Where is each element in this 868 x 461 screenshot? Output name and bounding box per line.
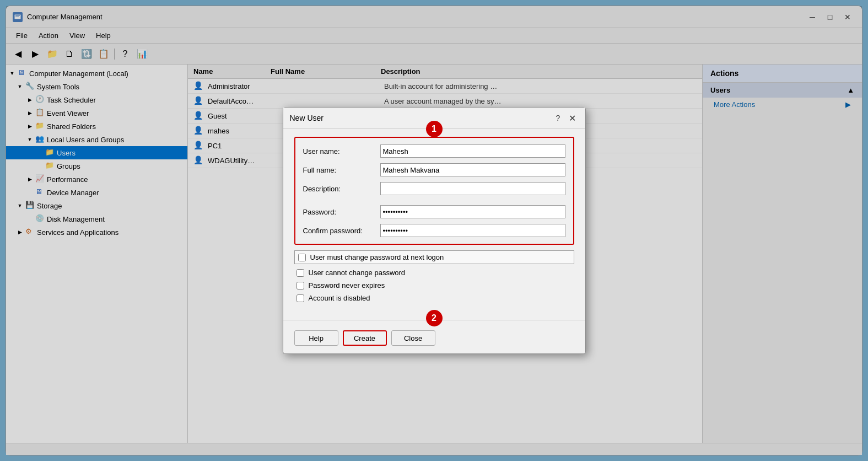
confirm-password-input[interactable]	[380, 224, 565, 237]
step-badge-1: 1	[426, 121, 443, 137]
form-bordered-section: User name: Full name: Description:	[294, 137, 574, 245]
fullname-input[interactable]	[380, 163, 565, 176]
checkbox-never-expires[interactable]	[296, 282, 304, 290]
password-row: Password:	[303, 205, 565, 218]
checkbox-row-2: User cannot change password	[294, 269, 574, 277]
checkbox-must-change[interactable]	[298, 254, 306, 261]
username-label: User name:	[303, 147, 380, 156]
dialog-controls: ? ✕	[552, 112, 579, 124]
password-label: Password:	[303, 208, 380, 216]
dialog-overlay: New User ? ✕ 1 User name:	[6, 6, 862, 455]
dialog-title: New User	[290, 114, 324, 122]
username-input[interactable]	[380, 144, 565, 158]
description-row: Description:	[303, 182, 565, 195]
help-button[interactable]: Help	[294, 330, 338, 346]
checkbox-disabled-label[interactable]: Account is disabled	[309, 294, 370, 302]
dialog-close-button[interactable]: Close	[391, 330, 435, 346]
form-spacer	[303, 201, 565, 205]
dialog-close-icon-btn[interactable]: ✕	[567, 112, 579, 124]
description-label: Description:	[303, 185, 380, 193]
confirm-password-row: Confirm password:	[303, 224, 565, 237]
create-button[interactable]: Create	[343, 330, 387, 346]
checkbox-must-change-label[interactable]: User must change password at next logon	[310, 253, 444, 261]
dialog-footer: Help Create Close	[283, 326, 585, 353]
checkbox-row-1: User must change password at next logon	[294, 250, 574, 264]
fullname-label: Full name:	[303, 166, 380, 174]
checkbox-cannot-change-label[interactable]: User cannot change password	[309, 269, 406, 277]
checkbox-row-3: Password never expires	[294, 281, 574, 290]
confirm-label: Confirm password:	[303, 227, 380, 235]
step-badge-2: 2	[426, 310, 443, 326]
description-input[interactable]	[380, 182, 565, 195]
checkbox-row-4: Account is disabled	[294, 294, 574, 302]
fullname-row: Full name:	[303, 163, 565, 176]
dialog-body: User name: Full name: Description:	[283, 129, 585, 314]
password-input[interactable]	[380, 205, 565, 218]
main-window: Computer Management ─ □ ✕ File Action Vi…	[6, 6, 862, 455]
checkbox-disabled[interactable]	[296, 294, 304, 302]
checkbox-cannot-change[interactable]	[296, 269, 304, 277]
checkbox-never-expires-label[interactable]: Password never expires	[309, 281, 385, 290]
username-row: User name:	[303, 144, 565, 158]
dialog-help-icon-btn[interactable]: ?	[552, 112, 564, 124]
new-user-dialog: New User ? ✕ 1 User name:	[283, 107, 586, 354]
